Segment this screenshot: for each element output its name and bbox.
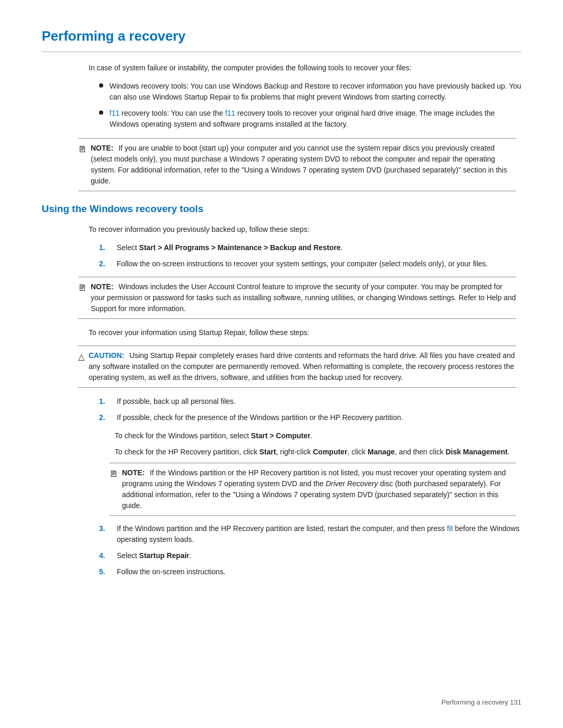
steps-list-1: 1. Select Start > All Programs > Mainten… bbox=[99, 242, 521, 269]
page-title: Performing a recovery bbox=[42, 26, 521, 52]
step-num-s2-5: 5. bbox=[99, 566, 114, 577]
bullet-dot bbox=[99, 83, 103, 88]
step-item-s2-5: 5. Follow the on-screen instructions. bbox=[99, 566, 521, 577]
step-num-s2-4: 4. bbox=[99, 550, 114, 561]
step-num-s2-3: 3. bbox=[99, 523, 114, 534]
note-content-inner: NOTE: If the Windows partition or the HP… bbox=[122, 467, 516, 511]
step-item-s2-4: 4. Select Startup Repair. bbox=[99, 550, 521, 561]
italic-driver-recovery: Driver Recovery bbox=[326, 479, 378, 488]
step-num-1: 1. bbox=[99, 242, 114, 253]
note-box-2: 🖹 NOTE: Windows includes the User Accoun… bbox=[78, 277, 516, 319]
note-text-2: Windows includes the User Account Contro… bbox=[91, 282, 516, 313]
f11-link-2[interactable]: f11 bbox=[225, 109, 235, 117]
section-title: Using the Windows recovery tools bbox=[42, 202, 521, 217]
f11-link-1[interactable]: f11 bbox=[109, 109, 119, 117]
startup-intro-text: To recover your information using Startu… bbox=[89, 327, 521, 338]
steps-list-2: 1. If possible, back up all personal fil… bbox=[99, 396, 521, 423]
sub-bold-1: Start > Computer bbox=[251, 431, 310, 440]
sub-para-1: To check for the Windows partition, sele… bbox=[115, 430, 521, 441]
section-intro-text: To recover information you previously ba… bbox=[89, 224, 521, 235]
note-box-inner: 🖹 NOTE: If the Windows partition or the … bbox=[109, 463, 516, 516]
step-num-s2-1: 1. bbox=[99, 396, 114, 407]
step-num-2: 2. bbox=[99, 258, 114, 269]
sub-bold-2c: Manage bbox=[368, 448, 395, 456]
note-icon-2: 🖹 bbox=[78, 282, 87, 294]
note-box-1: 🖹 NOTE: If you are unable to boot (start… bbox=[78, 138, 516, 191]
step-text-s2-5: Follow the on-screen instructions. bbox=[117, 566, 521, 577]
caution-content: CAUTION: Using Startup Repair completely… bbox=[89, 350, 516, 383]
step-item-2: 2. Follow the on-screen instructions to … bbox=[99, 258, 521, 269]
note-label-inner: NOTE: bbox=[122, 468, 145, 477]
bullet-text-1: Windows recovery tools: You can use Wind… bbox=[109, 81, 521, 103]
note-content-1: NOTE: If you are unable to boot (start u… bbox=[91, 143, 516, 187]
step-item-s2-2: 2. If possible, check for the presence o… bbox=[99, 412, 521, 423]
step-text-s2-4: Select Startup Repair. bbox=[117, 550, 521, 561]
bullet-text-2: f11 recovery tools: You can use the f11 … bbox=[109, 108, 521, 130]
caution-box: △ CAUTION: Using Startup Repair complete… bbox=[78, 346, 516, 388]
step-num-s2-2: 2. bbox=[99, 412, 114, 423]
step-item-s2-3: 3. If the Windows partition and the HP R… bbox=[99, 523, 521, 545]
step-text-s2-2: If possible, check for the presence of t… bbox=[117, 412, 521, 423]
note-text-1: If you are unable to boot (start up) you… bbox=[91, 144, 507, 185]
caution-label: CAUTION: bbox=[89, 351, 124, 360]
bullet-dot bbox=[99, 110, 103, 115]
sub-bold-2a: Start bbox=[260, 448, 276, 456]
sub-para-2: To check for the HP Recovery partition, … bbox=[115, 447, 521, 458]
note-inner-row: 🖹 NOTE: If the Windows partition or the … bbox=[109, 467, 516, 511]
note-icon-inner: 🖹 bbox=[109, 468, 118, 480]
note-icon-1: 🖹 bbox=[78, 143, 87, 156]
startup-repair-bold: Startup Repair bbox=[139, 551, 189, 560]
intro-text: In case of system failure or instability… bbox=[89, 63, 521, 73]
note-label-2: NOTE: bbox=[91, 282, 114, 291]
list-item: Windows recovery tools: You can use Wind… bbox=[99, 81, 521, 103]
sub-bold-2b: Computer bbox=[313, 448, 347, 456]
page-footer: Performing a recovery 131 bbox=[442, 697, 521, 708]
caution-text: Using Startup Repair completely erases h… bbox=[89, 351, 515, 381]
note-label-1: NOTE: bbox=[91, 144, 114, 152]
step-item-1: 1. Select Start > All Programs > Mainten… bbox=[99, 242, 521, 253]
step-text-2: Follow the on-screen instructions to rec… bbox=[117, 258, 521, 269]
note-content-2: NOTE: Windows includes the User Account … bbox=[91, 281, 516, 314]
step-item-s2-1: 1. If possible, back up all personal fil… bbox=[99, 396, 521, 407]
caution-triangle-icon: △ bbox=[78, 351, 84, 363]
f8-link[interactable]: f8 bbox=[447, 524, 453, 533]
step-text-s2-1: If possible, back up all personal files. bbox=[117, 396, 521, 407]
steps-list-3: 3. If the Windows partition and the HP R… bbox=[99, 523, 521, 577]
step-text-1: Select Start > All Programs > Maintenanc… bbox=[117, 242, 521, 253]
note-text-inner: If the Windows partition or the HP Recov… bbox=[122, 468, 506, 510]
sub-bold-2d: Disk Management bbox=[446, 448, 508, 456]
step-text-s2-3: If the Windows partition and the HP Reco… bbox=[117, 523, 521, 545]
step-bold-1: Start > All Programs > Maintenance > Bac… bbox=[139, 243, 341, 252]
list-item: f11 recovery tools: You can use the f11 … bbox=[99, 108, 521, 130]
bullet-list: Windows recovery tools: You can use Wind… bbox=[99, 81, 521, 130]
